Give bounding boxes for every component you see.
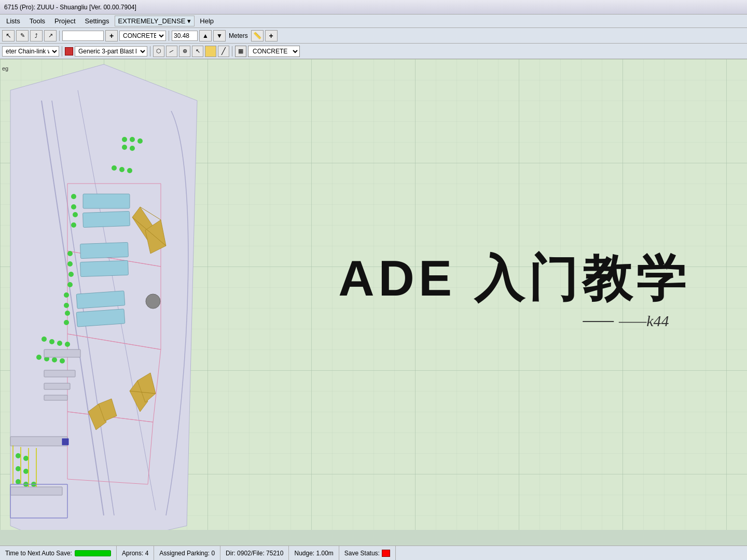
svg-point-39 [60,358,65,363]
svg-rect-60 [44,395,67,400]
svg-point-19 [127,168,132,173]
svg-point-44 [16,479,21,484]
menu-project[interactable]: Project [50,16,79,26]
density-dropdown[interactable]: EXTREMELY_DENSE ▾ [115,16,195,26]
svg-rect-11 [76,309,125,327]
square-icon[interactable] [205,46,216,57]
aprons-label: Aprons: 4 [122,550,148,557]
svg-point-32 [42,337,47,342]
parking-section: Assigned Parking: 0 [154,546,220,560]
menu-settings[interactable]: Settings [81,16,114,26]
autosave-label: Time to Next Auto Save: [5,550,72,557]
surface-icon[interactable]: ▦ [235,46,246,57]
svg-point-15 [122,145,127,150]
decrement-btn[interactable]: ▼ [213,30,226,41]
aprons-section: Aprons: 4 [117,546,154,560]
svg-rect-68 [62,439,68,445]
main-title: ADE 入门教学 [338,251,689,306]
svg-point-34 [57,341,62,346]
svg-point-21 [71,204,76,209]
measure-btn[interactable]: 📏 [251,30,264,41]
svg-point-31 [64,320,69,325]
svg-point-14 [137,138,143,144]
svg-point-56 [146,294,160,309]
autosave-bar [75,550,111,556]
sub-title: ——k44 [338,311,689,330]
toolbar2: eter Chain-link w: Generic 3-part Blast … [0,44,747,59]
main-viewport[interactable]: eg ADE 入门教学 ——k44 [0,59,747,530]
menu-help[interactable]: Help [196,16,218,26]
title-line [583,321,614,322]
tool-btn-3[interactable]: ⤴ [30,30,43,41]
save-status-indicator [382,550,390,557]
leg-label: eg [2,65,8,72]
save-status-label: Save Status: [344,550,380,557]
parking-label: Assigned Parking: 0 [159,550,215,557]
svg-point-27 [67,282,73,287]
line-icon[interactable]: / [166,46,177,57]
nudge-label: Nudge: 1.00m [294,550,333,557]
blast-dropdown[interactable]: Generic 3-part Blast l [75,46,147,57]
sep-1 [59,31,60,41]
svg-rect-61 [10,437,67,446]
color-swatch [65,47,73,55]
toolbar1: ↖ ✎ ⤴ ↗ + CONCRETE ASPHALT GRASS ▲ ▼ Met… [0,28,747,44]
increment-btn[interactable]: ▲ [199,30,212,41]
svg-point-38 [52,357,57,362]
unit-label: Meters [227,32,250,39]
layer-input[interactable] [62,31,104,41]
svg-point-23 [71,222,76,228]
svg-point-30 [65,311,70,316]
concrete-dropdown[interactable]: CONCRETE ASPHALT GRASS DIRT [248,46,300,57]
tool-btn-2[interactable]: ✎ [16,30,29,41]
autosave-section: Time to Next Auto Save: [0,546,117,560]
tool-btn-4[interactable]: ↗ [44,30,57,41]
svg-rect-6 [83,194,130,208]
svg-point-42 [16,466,21,471]
svg-rect-59 [44,383,70,389]
title-bar: 6715 (Pro): ZUUU - Shuangliu [Ver. 00.00… [0,0,747,15]
cursor-icon[interactable]: ↖ [192,46,203,57]
target-icon[interactable]: ⊕ [179,46,190,57]
svg-point-29 [64,303,69,308]
dir-file-section: Dir: 0902/File: 75210 [220,546,289,560]
svg-rect-7 [83,211,130,227]
status-bar: Time to Next Auto Save: Aprons: 4 Assign… [0,545,747,560]
svg-point-18 [119,167,125,172]
menu-bar: Lists Tools Project Settings EXTREMELY_D… [0,15,747,28]
add-btn[interactable]: + [265,30,278,41]
chain-link-dropdown[interactable]: eter Chain-link w: [2,46,59,57]
material-dropdown[interactable]: CONCRETE ASPHALT GRASS [119,31,166,41]
svg-point-28 [64,292,69,298]
svg-point-24 [67,251,73,256]
svg-point-16 [130,146,135,151]
polygon-icon[interactable]: ⬡ [153,46,164,57]
svg-rect-10 [76,291,125,309]
svg-rect-8 [80,242,129,258]
svg-point-17 [112,165,117,171]
value-input[interactable] [172,31,198,41]
menu-tools[interactable]: Tools [25,16,49,26]
svg-point-25 [67,261,73,267]
svg-point-26 [68,272,74,277]
title-text: 6715 (Pro): ZUUU - Shuangliu [Ver. 00.00… [4,4,136,11]
svg-rect-58 [44,370,75,377]
svg-point-13 [130,137,135,142]
svg-point-33 [49,339,54,344]
svg-point-41 [23,456,29,461]
svg-point-22 [73,212,78,217]
svg-point-36 [36,355,42,360]
svg-point-12 [122,137,127,142]
title-overlay: ADE 入门教学 ——k44 [338,251,689,330]
svg-rect-9 [80,260,129,276]
svg-rect-62 [10,487,62,495]
sep-tb2-3 [232,46,232,57]
diagonal-icon[interactable]: ╱ [218,46,229,57]
menu-lists[interactable]: Lists [2,16,24,26]
sep-tb2-1 [62,46,62,57]
density-dropdown-btn[interactable]: EXTREMELY_DENSE ▾ [115,16,195,26]
layer-add-btn[interactable]: + [105,30,118,41]
svg-point-20 [71,194,76,199]
dir-file-label: Dir: 0902/File: 75210 [226,550,283,557]
tool-btn-1[interactable]: ↖ [2,30,15,41]
